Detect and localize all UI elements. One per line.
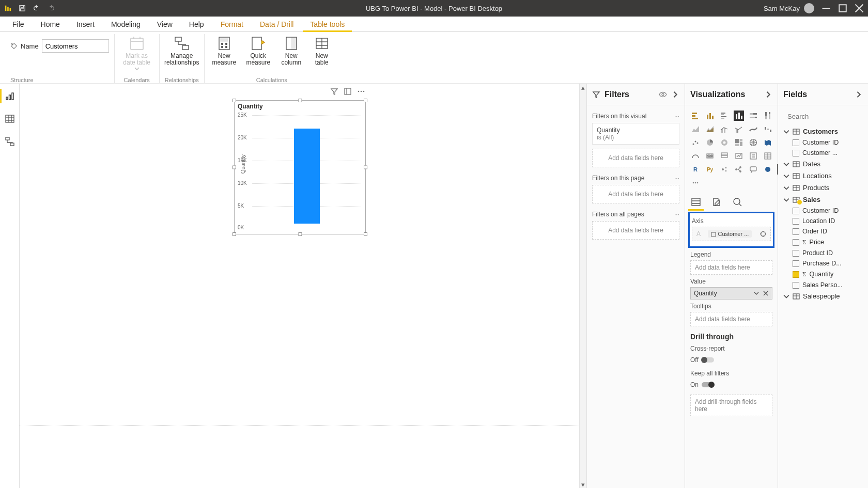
field-sales-product-id[interactable]: Product ID <box>783 248 863 258</box>
viz-line-stacked-column-icon[interactable] <box>719 124 730 134</box>
eye-icon[interactable] <box>659 90 667 99</box>
scroll-down-icon[interactable]: ▾ <box>580 481 586 488</box>
keep-all-filters-toggle[interactable]: On <box>690 381 714 388</box>
resize-handle[interactable] <box>364 232 367 236</box>
viz-qa-icon[interactable] <box>748 164 758 175</box>
visual-filter-icon[interactable] <box>330 87 338 96</box>
tab-file[interactable]: File <box>5 17 32 32</box>
tooltips-well[interactable]: Add data fields here <box>690 312 772 326</box>
table-sales[interactable]: Sales <box>783 194 863 206</box>
field-customers-customer-name[interactable]: Customer ... <box>783 148 863 158</box>
undo-icon[interactable] <box>33 5 40 12</box>
manage-relationships-button[interactable]: Manage relationships <box>165 34 199 66</box>
checkbox[interactable] <box>793 150 799 156</box>
field-sales-order-id[interactable]: Order ID <box>783 226 863 237</box>
tab-help[interactable]: Help <box>182 17 211 32</box>
tab-modeling[interactable]: Modeling <box>104 17 148 32</box>
more-icon[interactable]: ··· <box>674 113 679 120</box>
viz-area-icon[interactable] <box>690 124 701 134</box>
tab-view[interactable]: View <box>150 17 180 32</box>
model-view-button[interactable] <box>5 136 15 147</box>
viz-treemap-icon[interactable] <box>734 137 744 148</box>
analytics-tab-icon[interactable] <box>732 196 743 208</box>
more-icon[interactable]: ··· <box>674 175 679 182</box>
resize-handle[interactable] <box>298 232 302 236</box>
search-input[interactable] <box>787 113 868 120</box>
more-options-icon[interactable] <box>357 87 365 96</box>
tab-table-tools[interactable]: Table tools <box>303 17 352 32</box>
viz-ribbon-icon[interactable] <box>748 124 758 134</box>
viz-stacked-area-icon[interactable] <box>705 124 715 134</box>
tab-format[interactable]: Format <box>213 17 251 32</box>
field-sales-price[interactable]: ΣPrice <box>783 237 863 248</box>
maximize-icon[interactable] <box>838 4 847 13</box>
viz-key-influencers-icon[interactable] <box>719 164 730 175</box>
scroll-up-icon[interactable]: ▴ <box>580 84 586 91</box>
field-sales-purchase-date[interactable]: Purchase D... <box>783 258 863 269</box>
save-icon[interactable] <box>19 5 26 12</box>
chart-bar[interactable] <box>294 129 320 224</box>
table-products[interactable]: Products <box>783 182 863 194</box>
viz-card-icon[interactable]: 123 <box>705 151 715 161</box>
new-table-button[interactable]: New table <box>310 34 334 66</box>
checkbox[interactable] <box>793 239 799 246</box>
viz-scatter-icon[interactable] <box>690 137 701 148</box>
viz-multi-row-card-icon[interactable] <box>719 151 730 161</box>
legend-well[interactable]: Add data fields here <box>690 260 772 275</box>
checkbox[interactable] <box>793 282 799 289</box>
report-view-button[interactable] <box>5 91 15 101</box>
focus-mode-icon[interactable] <box>344 87 352 96</box>
resize-handle[interactable] <box>364 99 367 102</box>
value-well-item[interactable]: Quantity <box>690 287 772 300</box>
viz-kpi-icon[interactable] <box>734 151 744 161</box>
filter-card-quantity[interactable]: Quantity is (All) <box>592 123 679 145</box>
user-account[interactable]: Sam McKay <box>764 3 814 13</box>
table-name-input[interactable] <box>42 39 109 53</box>
viz-100-stacked-bar-icon[interactable] <box>748 111 758 121</box>
viz-map-icon[interactable] <box>748 137 758 148</box>
collapse-right-icon[interactable] <box>855 90 863 99</box>
checkbox[interactable] <box>793 218 799 225</box>
filters-visual-dropwell[interactable]: Add data fields here <box>592 149 679 167</box>
viz-pie-icon[interactable] <box>705 137 715 148</box>
new-column-button[interactable]: New column <box>278 34 305 66</box>
field-customers-customer-id[interactable]: Customer ID <box>783 137 863 148</box>
new-measure-button[interactable]: New measure <box>210 34 239 66</box>
viz-donut-icon[interactable] <box>719 137 730 148</box>
viz-stacked-column-icon[interactable] <box>705 111 715 121</box>
collapse-right-icon[interactable] <box>764 90 772 99</box>
checkbox[interactable] <box>793 139 799 146</box>
fields-tab-icon[interactable] <box>690 196 702 208</box>
viz-paginated-icon[interactable] <box>763 164 773 175</box>
checkbox[interactable] <box>793 250 799 257</box>
table-locations[interactable]: Locations <box>783 170 863 182</box>
close-icon[interactable] <box>855 4 864 13</box>
checkbox[interactable] <box>793 208 799 214</box>
viz-decomposition-tree-icon[interactable] <box>734 164 744 175</box>
viz-filled-map-icon[interactable] <box>763 137 773 148</box>
filters-page-dropwell[interactable]: Add data fields here <box>592 185 679 203</box>
checkbox[interactable] <box>793 271 799 278</box>
drill-through-well[interactable]: Add drill-through fields here <box>690 395 772 416</box>
axis-well[interactable]: A Customer ... <box>692 227 771 241</box>
chevron-down-icon[interactable] <box>753 290 760 296</box>
viz-python-icon[interactable]: Py <box>705 164 715 175</box>
format-tab-icon[interactable] <box>711 196 722 208</box>
checkbox[interactable] <box>793 228 799 235</box>
viz-clustered-column-icon[interactable] <box>734 111 744 121</box>
redo-icon[interactable] <box>48 5 55 12</box>
tab-insert[interactable]: Insert <box>69 17 102 32</box>
viz-r-icon[interactable]: R <box>690 164 701 175</box>
table-salespeople[interactable]: Salespeople <box>783 290 863 302</box>
resize-handle[interactable] <box>298 99 302 102</box>
viz-waterfall-icon[interactable] <box>763 124 773 134</box>
viz-clustered-bar-icon[interactable] <box>719 111 730 121</box>
viz-more-icon[interactable] <box>690 178 701 188</box>
viz-stacked-bar-icon[interactable] <box>690 111 701 121</box>
checkbox[interactable] <box>793 260 799 267</box>
field-sales-salesperson[interactable]: Sales Perso... <box>783 280 863 290</box>
more-icon[interactable]: ··· <box>674 211 679 218</box>
drag-chip-customer[interactable]: Customer ... <box>708 230 752 238</box>
field-sales-customer-id[interactable]: Customer ID <box>783 206 863 216</box>
viz-slicer-icon[interactable] <box>748 151 758 161</box>
